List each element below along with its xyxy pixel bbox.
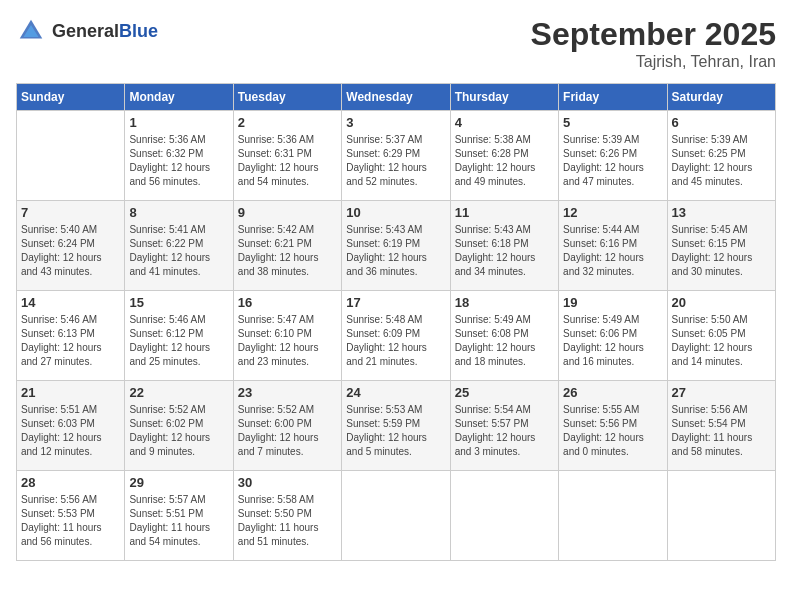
header-day-thursday: Thursday (450, 84, 558, 111)
calendar-cell: 30Sunrise: 5:58 AMSunset: 5:50 PMDayligh… (233, 471, 341, 561)
day-info: Sunrise: 5:40 AMSunset: 6:24 PMDaylight:… (21, 223, 120, 279)
header-day-sunday: Sunday (17, 84, 125, 111)
calendar-cell: 28Sunrise: 5:56 AMSunset: 5:53 PMDayligh… (17, 471, 125, 561)
logo-text: GeneralBlue (52, 21, 158, 42)
header-day-friday: Friday (559, 84, 667, 111)
calendar-cell: 11Sunrise: 5:43 AMSunset: 6:18 PMDayligh… (450, 201, 558, 291)
day-number: 29 (129, 475, 228, 490)
day-info: Sunrise: 5:58 AMSunset: 5:50 PMDaylight:… (238, 493, 337, 549)
week-row-4: 21Sunrise: 5:51 AMSunset: 6:03 PMDayligh… (17, 381, 776, 471)
calendar-cell: 15Sunrise: 5:46 AMSunset: 6:12 PMDayligh… (125, 291, 233, 381)
calendar-table: SundayMondayTuesdayWednesdayThursdayFrid… (16, 83, 776, 561)
day-number: 10 (346, 205, 445, 220)
day-info: Sunrise: 5:45 AMSunset: 6:15 PMDaylight:… (672, 223, 771, 279)
calendar-cell: 14Sunrise: 5:46 AMSunset: 6:13 PMDayligh… (17, 291, 125, 381)
day-number: 3 (346, 115, 445, 130)
month-title: September 2025 (531, 16, 776, 53)
page-header: GeneralBlue September 2025 Tajrish, Tehr… (16, 16, 776, 71)
calendar-cell: 10Sunrise: 5:43 AMSunset: 6:19 PMDayligh… (342, 201, 450, 291)
calendar-cell: 16Sunrise: 5:47 AMSunset: 6:10 PMDayligh… (233, 291, 341, 381)
title-block: September 2025 Tajrish, Tehran, Iran (531, 16, 776, 71)
day-number: 1 (129, 115, 228, 130)
logo-general: General (52, 21, 119, 41)
day-number: 28 (21, 475, 120, 490)
week-row-2: 7Sunrise: 5:40 AMSunset: 6:24 PMDaylight… (17, 201, 776, 291)
calendar-cell: 4Sunrise: 5:38 AMSunset: 6:28 PMDaylight… (450, 111, 558, 201)
calendar-cell: 6Sunrise: 5:39 AMSunset: 6:25 PMDaylight… (667, 111, 775, 201)
day-info: Sunrise: 5:48 AMSunset: 6:09 PMDaylight:… (346, 313, 445, 369)
day-number: 25 (455, 385, 554, 400)
calendar-cell: 25Sunrise: 5:54 AMSunset: 5:57 PMDayligh… (450, 381, 558, 471)
day-info: Sunrise: 5:53 AMSunset: 5:59 PMDaylight:… (346, 403, 445, 459)
day-number: 17 (346, 295, 445, 310)
day-info: Sunrise: 5:47 AMSunset: 6:10 PMDaylight:… (238, 313, 337, 369)
day-number: 19 (563, 295, 662, 310)
calendar-cell: 17Sunrise: 5:48 AMSunset: 6:09 PMDayligh… (342, 291, 450, 381)
day-info: Sunrise: 5:36 AMSunset: 6:31 PMDaylight:… (238, 133, 337, 189)
day-info: Sunrise: 5:36 AMSunset: 6:32 PMDaylight:… (129, 133, 228, 189)
day-info: Sunrise: 5:57 AMSunset: 5:51 PMDaylight:… (129, 493, 228, 549)
header-day-wednesday: Wednesday (342, 84, 450, 111)
calendar-cell: 29Sunrise: 5:57 AMSunset: 5:51 PMDayligh… (125, 471, 233, 561)
header-row: SundayMondayTuesdayWednesdayThursdayFrid… (17, 84, 776, 111)
day-info: Sunrise: 5:49 AMSunset: 6:08 PMDaylight:… (455, 313, 554, 369)
calendar-cell: 1Sunrise: 5:36 AMSunset: 6:32 PMDaylight… (125, 111, 233, 201)
day-number: 9 (238, 205, 337, 220)
location-title: Tajrish, Tehran, Iran (531, 53, 776, 71)
day-info: Sunrise: 5:39 AMSunset: 6:26 PMDaylight:… (563, 133, 662, 189)
week-row-5: 28Sunrise: 5:56 AMSunset: 5:53 PMDayligh… (17, 471, 776, 561)
calendar-cell: 7Sunrise: 5:40 AMSunset: 6:24 PMDaylight… (17, 201, 125, 291)
day-number: 6 (672, 115, 771, 130)
day-number: 27 (672, 385, 771, 400)
day-info: Sunrise: 5:52 AMSunset: 6:02 PMDaylight:… (129, 403, 228, 459)
day-number: 18 (455, 295, 554, 310)
day-number: 26 (563, 385, 662, 400)
logo-icon (16, 16, 46, 46)
day-info: Sunrise: 5:56 AMSunset: 5:54 PMDaylight:… (672, 403, 771, 459)
calendar-cell (342, 471, 450, 561)
calendar-cell: 24Sunrise: 5:53 AMSunset: 5:59 PMDayligh… (342, 381, 450, 471)
calendar-cell: 5Sunrise: 5:39 AMSunset: 6:26 PMDaylight… (559, 111, 667, 201)
calendar-cell: 12Sunrise: 5:44 AMSunset: 6:16 PMDayligh… (559, 201, 667, 291)
day-info: Sunrise: 5:42 AMSunset: 6:21 PMDaylight:… (238, 223, 337, 279)
day-number: 11 (455, 205, 554, 220)
day-info: Sunrise: 5:43 AMSunset: 6:19 PMDaylight:… (346, 223, 445, 279)
calendar-cell: 9Sunrise: 5:42 AMSunset: 6:21 PMDaylight… (233, 201, 341, 291)
calendar-cell: 8Sunrise: 5:41 AMSunset: 6:22 PMDaylight… (125, 201, 233, 291)
day-info: Sunrise: 5:49 AMSunset: 6:06 PMDaylight:… (563, 313, 662, 369)
day-info: Sunrise: 5:39 AMSunset: 6:25 PMDaylight:… (672, 133, 771, 189)
week-row-1: 1Sunrise: 5:36 AMSunset: 6:32 PMDaylight… (17, 111, 776, 201)
day-number: 2 (238, 115, 337, 130)
calendar-cell (450, 471, 558, 561)
calendar-cell: 27Sunrise: 5:56 AMSunset: 5:54 PMDayligh… (667, 381, 775, 471)
day-number: 13 (672, 205, 771, 220)
logo-blue: Blue (119, 21, 158, 41)
calendar-cell: 23Sunrise: 5:52 AMSunset: 6:00 PMDayligh… (233, 381, 341, 471)
calendar-cell: 3Sunrise: 5:37 AMSunset: 6:29 PMDaylight… (342, 111, 450, 201)
day-info: Sunrise: 5:43 AMSunset: 6:18 PMDaylight:… (455, 223, 554, 279)
day-number: 15 (129, 295, 228, 310)
calendar-cell (559, 471, 667, 561)
calendar-cell: 19Sunrise: 5:49 AMSunset: 6:06 PMDayligh… (559, 291, 667, 381)
day-info: Sunrise: 5:37 AMSunset: 6:29 PMDaylight:… (346, 133, 445, 189)
day-number: 14 (21, 295, 120, 310)
calendar-cell (17, 111, 125, 201)
day-number: 7 (21, 205, 120, 220)
day-number: 16 (238, 295, 337, 310)
calendar-cell: 20Sunrise: 5:50 AMSunset: 6:05 PMDayligh… (667, 291, 775, 381)
day-number: 5 (563, 115, 662, 130)
calendar-cell (667, 471, 775, 561)
day-number: 22 (129, 385, 228, 400)
day-info: Sunrise: 5:41 AMSunset: 6:22 PMDaylight:… (129, 223, 228, 279)
day-info: Sunrise: 5:38 AMSunset: 6:28 PMDaylight:… (455, 133, 554, 189)
day-number: 20 (672, 295, 771, 310)
header-day-monday: Monday (125, 84, 233, 111)
day-number: 30 (238, 475, 337, 490)
day-number: 4 (455, 115, 554, 130)
week-row-3: 14Sunrise: 5:46 AMSunset: 6:13 PMDayligh… (17, 291, 776, 381)
header-day-tuesday: Tuesday (233, 84, 341, 111)
day-info: Sunrise: 5:52 AMSunset: 6:00 PMDaylight:… (238, 403, 337, 459)
calendar-cell: 22Sunrise: 5:52 AMSunset: 6:02 PMDayligh… (125, 381, 233, 471)
day-info: Sunrise: 5:44 AMSunset: 6:16 PMDaylight:… (563, 223, 662, 279)
day-info: Sunrise: 5:46 AMSunset: 6:13 PMDaylight:… (21, 313, 120, 369)
